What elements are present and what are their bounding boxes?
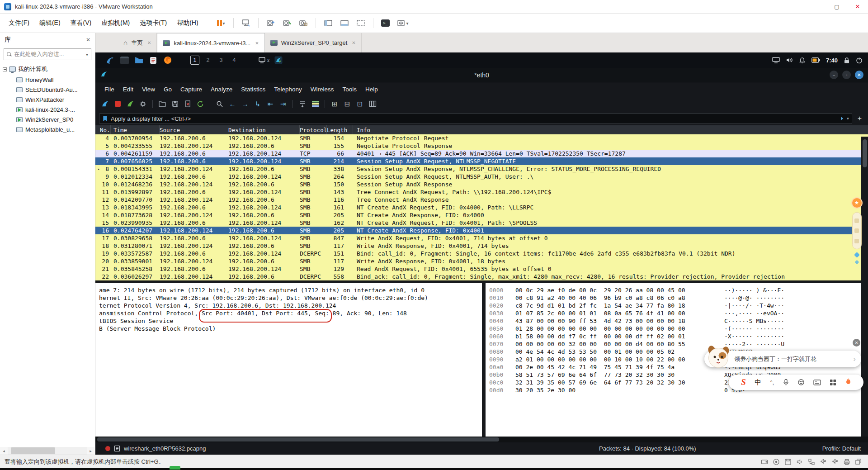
library-hscrollbar[interactable]: ◂ ▸ [0,447,94,455]
ctrl-alt-del-button[interactable] [239,16,253,30]
reload-button[interactable] [194,98,206,110]
hscroll-thumb[interactable] [97,437,499,442]
suspend-button[interactable]: ▾ [214,16,228,30]
battery-icon[interactable] [811,57,820,63]
go-last-packet-icon[interactable]: ⇥ [277,98,289,110]
wireshark-menu-item[interactable]: View [138,84,159,95]
tree-root-my-computer[interactable]: 我的计算机 [0,64,95,75]
open-terminal-button[interactable]: >_ [379,16,392,30]
keyboard-icon[interactable] [813,380,821,385]
tab-close-icon[interactable]: ✕ [147,40,151,45]
vm-tree-item[interactable]: HoneyWall [0,75,95,85]
go-back-icon[interactable]: ← [226,98,238,110]
capture-file-icon[interactable] [114,445,120,452]
stop-capture-button[interactable] [112,98,123,110]
profile-status[interactable]: Profile: Default [822,445,861,452]
wireshark-taskbar-icon[interactable] [273,55,284,66]
sogou-logo-icon[interactable]: S [741,377,746,387]
hex-row[interactable]: 0020 c8 7c 9d d1 01 bd 2f fc 1a 54 ae 34… [489,302,861,309]
packet-row[interactable]: 10 0.012468236 192.168.200.124 192.168.2… [95,180,868,188]
search-dropdown-icon[interactable]: ▾ [83,49,91,60]
tab-close-icon[interactable]: ✕ [352,40,355,45]
workspace-button[interactable]: 4 [230,56,239,65]
col-source[interactable]: Source [160,125,228,134]
find-packet-button[interactable] [214,98,226,110]
emoji-icon[interactable] [797,379,805,386]
take-snapshot-button[interactable] [264,16,278,30]
packet-row[interactable]: 16 0.024764207 192.168.200.124 192.168.2… [95,227,868,234]
hex-row[interactable]: 0050 01 28 00 00 00 00 00 00 00 00 00 00… [489,325,861,332]
vm-tree-item[interactable]: Win2kServer_SP0 [0,114,95,124]
fullscreen-button[interactable]: ▾ [395,16,410,30]
power-icon[interactable] [856,57,863,64]
workspace-button[interactable]: 1 [190,56,199,65]
menu-item[interactable]: 选项卡(T) [136,17,171,29]
sparkle-icon[interactable] [854,252,860,258]
wireshark-titlebar[interactable]: *eth0 – ▫ ✕ [95,68,868,82]
zoom-in-icon[interactable]: ⊞ [329,98,340,110]
ime-widget-icon[interactable]: ★ [851,197,863,209]
packet-row[interactable]: 17 0.030829658 192.168.200.6 192.168.200… [95,234,868,242]
sound-icon[interactable] [796,458,803,465]
packet-row[interactable]: 13 0.018343995 192.168.200.6 192.168.200… [95,204,868,211]
floppy-icon[interactable] [784,458,792,465]
tab-home[interactable]: ⌂ 主页 ✕ [118,33,157,52]
packet-list[interactable]: 4 0.003700954 192.168.200.6 192.168.200.… [95,134,868,280]
packet-row[interactable]: 14 0.018773628 192.168.200.124 192.168.2… [95,211,868,219]
wireshark-close-button[interactable]: ✕ [855,71,863,79]
hex-row[interactable]: 0060 b1 58 00 00 dd f7 0c ff 00 00 00 df… [489,332,861,340]
wireshark-maximize-button[interactable]: ▫ [842,71,851,79]
colorize-button[interactable] [309,98,321,110]
collapse-icon[interactable] [3,67,7,71]
bookmark-icon[interactable] [102,115,108,122]
taskbar-peek-icon[interactable] [170,466,180,470]
pane-divider[interactable] [482,283,486,437]
scroll-left-icon[interactable]: ◂ [0,447,8,455]
display-icon[interactable] [772,57,780,63]
packet-row[interactable]: 18 0.031280071 192.168.200.124 192.168.2… [95,242,868,250]
resize-columns-button[interactable] [367,98,378,110]
start-capture-button[interactable] [99,98,111,110]
clock[interactable]: 7:40 [826,57,838,64]
hard-disk-icon[interactable] [761,458,768,465]
hex-row[interactable]: 0040 43 87 00 00 00 90 ff 53 4d 42 73 00… [489,317,861,325]
sparkle-icon[interactable] [854,260,859,265]
col-destination[interactable]: Destination [228,125,300,134]
scroll-track[interactable] [8,447,87,455]
ime-ad-banner[interactable]: 领养小狗当园丁：一打字就开花 › [704,351,861,367]
chevron-down-icon[interactable]: ▾ [223,21,225,26]
vscroll-thumb[interactable] [863,139,867,167]
scroll-thumb[interactable] [11,447,55,454]
wireshark-menu-item[interactable]: Analyze [207,84,236,95]
hex-row[interactable]: 0070 00 00 00 00 00 32 00 00 00 00 00 d4… [489,340,861,348]
printer-icon[interactable] [843,458,850,465]
library-search[interactable]: ▾ [4,48,91,60]
detail-frame[interactable]: ame 7: 214 bytes on wire (1712 bits), 21… [99,286,482,294]
detail-ip[interactable]: ternet Protocol Version 4, Src: 192.168.… [99,302,482,309]
packet-row[interactable]: 9 0.012012334 192.168.200.6 192.168.200.… [95,173,868,180]
screenshot-tool-icon[interactable]: 2 [259,55,269,66]
vm-tree-item[interactable]: Metasploitable_u... [0,124,95,134]
console-view-button[interactable] [354,16,368,30]
usb2-icon[interactable] [831,458,839,465]
wireshark-minimize-button[interactable]: – [830,71,838,79]
wireshark-hscrollbar[interactable] [95,437,868,442]
col-protocol[interactable]: Protocol [300,125,327,134]
minimize-button[interactable]: — [806,0,826,13]
capture-filename[interactable]: wireshark_eth0RP5632.pcapng [124,445,206,452]
close-button[interactable]: ✕ [847,0,868,13]
menu-item[interactable]: 编辑(E) [35,17,65,29]
col-time[interactable]: Time [111,125,160,134]
toggle-library-button[interactable] [321,16,335,30]
packet-row[interactable]: 15 0.023990935 192.168.200.6 192.168.200… [95,219,868,227]
usb-icon[interactable] [820,458,827,465]
packet-row[interactable]: 11 0.013992897 192.168.200.6 192.168.200… [95,188,868,196]
menu-item[interactable]: 查看(V) [66,17,96,29]
display-filter-input[interactable]: ▾ [99,113,852,124]
packet-row[interactable]: 5 0.004233555 192.168.200.124 192.168.20… [95,142,868,150]
hex-row[interactable]: 0010 00 c8 91 a2 40 00 40 06 96 b9 c0 a8… [489,294,861,302]
workspace-button[interactable]: 2 [203,56,212,65]
ime-lang-toggle[interactable]: 中 [755,378,761,387]
apply-filter-icon[interactable] [838,116,844,121]
snapshot-manager-button[interactable] [297,16,310,30]
